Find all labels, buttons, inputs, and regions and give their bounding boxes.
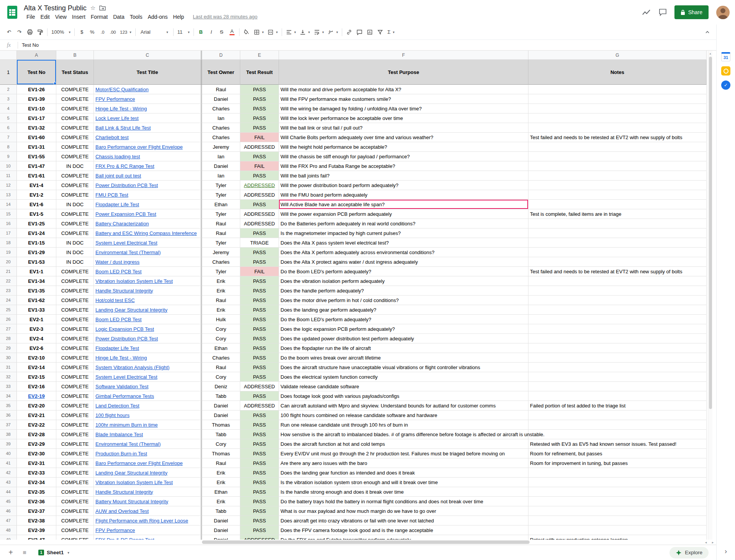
cell-test-owner[interactable]: Ian [202,171,240,181]
cell-test-result[interactable]: PASS [240,372,279,382]
cell-test-status[interactable]: COMPLETE [56,171,94,181]
cell-notes[interactable] [528,478,707,487]
cell-test-result[interactable]: ADDRESSED [240,190,279,200]
cell-notes[interactable]: Retested with EV3 as EV5 had known senso… [528,439,707,449]
cell-test-no[interactable]: EV1-24 [17,228,56,238]
row-number[interactable]: 41 [0,458,17,468]
row-number[interactable]: 25 [0,305,17,315]
text-rotation-button[interactable]: A [326,27,340,37]
row-number[interactable]: 6 [0,123,17,133]
cell-test-no[interactable]: EV1-32 [17,123,56,133]
cell-test-title[interactable]: Land Detection Test [94,401,202,411]
cell-test-purpose[interactable]: What is our max payload and how much mar… [279,506,528,516]
row-number[interactable]: 35 [0,401,17,411]
cell-test-owner[interactable]: Thomas [202,449,240,458]
cell-notes[interactable] [528,200,707,209]
explore-button[interactable]: Explore [669,547,709,558]
row-number[interactable]: 42 [0,468,17,478]
cell-test-purpose[interactable]: Does the Alta X pass system level electr… [279,238,528,248]
cell-test-result[interactable]: ADDRESSED [240,382,279,391]
increase-decimal-button[interactable]: .00 [108,27,118,37]
cell-test-result[interactable]: PASS [240,94,279,104]
cell-test-result[interactable]: PASS [240,391,279,401]
vertical-scrollbar[interactable]: ▴ [708,51,712,540]
cell-test-purpose[interactable]: Will the ball link or strut fail / pull … [279,123,528,133]
cell-header-test-purpose[interactable]: Test Purpose [279,60,528,85]
cell-test-purpose[interactable]: Do the FRX pro and Futaba transmitter pe… [279,535,528,540]
cell-test-purpose[interactable]: Will the height hold performance be acce… [279,142,528,152]
cell-test-title[interactable]: Handle Structural Integrity [94,286,202,296]
cell-test-owner[interactable]: Ethan [202,487,240,497]
cell-test-status[interactable]: COMPLETE [56,439,94,449]
cell-test-owner[interactable]: Daniel [202,526,240,535]
cell-test-status[interactable]: COMPLETE [56,219,94,228]
cell-test-result[interactable]: PASS [240,478,279,487]
cell-test-status[interactable]: COMPLETE [56,94,94,104]
cell-test-owner[interactable]: Tabb [202,506,240,516]
cell-test-purpose[interactable]: Is the handle strong enough and does it … [279,487,528,497]
row-number[interactable]: 46 [0,506,17,516]
cell-test-owner[interactable]: Tyler [202,238,240,248]
cell-test-result[interactable]: PASS [240,123,279,133]
cell-test-purpose[interactable]: Will the motor and drive perform accepta… [279,85,528,94]
cell-test-status[interactable]: COMPLETE [56,209,94,219]
cell-test-no[interactable]: EV2-29 [17,439,56,449]
cell-test-title[interactable]: Hinge Life Test - Wiring [94,353,202,363]
cell-test-no[interactable]: EV1-35 [17,286,56,296]
fill-color-button[interactable] [241,27,252,37]
text-wrap-button[interactable] [312,27,326,37]
insert-comment-button[interactable] [354,27,365,37]
cell-test-no[interactable]: EV2-38 [17,516,56,526]
zoom-select[interactable]: 100% [49,27,72,37]
cell-test-no[interactable]: EV1-31 [17,142,56,152]
menu-format[interactable]: Format [88,13,110,21]
cell-test-no[interactable]: EV1-17 [17,113,56,123]
cell-test-result[interactable]: ADDRESSED [240,535,279,540]
cell-test-title[interactable]: Motor/ESC Qualification [94,85,202,94]
cell-test-owner[interactable]: Daniel [202,411,240,420]
row-number[interactable]: 16 [0,219,17,228]
cell-test-title[interactable]: Vibration Isolation System Life Test [94,478,202,487]
cell-test-status[interactable]: IN DOC [56,200,94,209]
cell-test-owner[interactable]: Erik [202,468,240,478]
vertical-align-button[interactable] [298,27,312,37]
cell-test-result[interactable]: FAIL [240,133,279,142]
cell-test-no[interactable]: EV1-60 [17,133,56,142]
cell-test-title[interactable]: Logic Expansion PCB Test [94,324,202,334]
cell-test-title[interactable]: Production Burn-in Test [94,449,202,458]
text-color-button[interactable]: A [227,27,237,37]
cell-test-status[interactable]: COMPLETE [56,506,94,516]
avatar[interactable] [716,6,730,19]
cell-test-title[interactable]: Environmental Test (Thermal) [94,439,202,449]
cell-test-title[interactable]: System Level Electrical Test [94,238,202,248]
cell-notes[interactable]: Retest with new production antenna locat… [528,535,707,540]
cell-notes[interactable] [528,248,707,257]
cell-test-result[interactable]: PASS [240,449,279,458]
cell-test-result[interactable]: FAIL [240,161,279,171]
cell-test-status[interactable]: COMPLETE [56,296,94,305]
column-header-c[interactable]: C [94,51,202,60]
column-header-g[interactable]: G [528,51,707,60]
paint-format-button[interactable] [35,27,45,37]
menu-help[interactable]: Help [171,13,187,21]
cell-test-purpose[interactable]: Will the wiring be damaged by folding / … [279,104,528,113]
menu-edit[interactable]: Edit [38,13,52,21]
cell-test-result[interactable]: PASS [240,353,279,363]
cell-test-title[interactable]: Charliebolt test [94,133,202,142]
filter-button[interactable] [375,27,386,37]
cell-notes[interactable] [528,324,707,334]
cell-test-status[interactable]: COMPLETE [56,343,94,353]
cell-notes[interactable]: Test failed and needs to be retested at … [528,267,707,276]
cell-test-no[interactable]: EV2-15 [17,372,56,382]
cell-test-title[interactable]: Boom LED PCB Test [94,267,202,276]
cell-test-status[interactable]: COMPLETE [56,353,94,363]
cell-test-result[interactable]: PASS [240,497,279,506]
cell-header-test-no[interactable]: Test No [17,60,56,85]
row-number[interactable]: 30 [0,353,17,363]
cell-test-purpose[interactable]: Does the logic expansion PCB perform ade… [279,324,528,334]
cell-notes[interactable] [528,104,707,113]
cell-test-status[interactable]: COMPLETE [56,334,94,343]
cell-test-title[interactable]: Environmental Test (Thermal) [94,248,202,257]
cell-test-owner[interactable]: Cory [202,324,240,334]
cell-test-owner[interactable]: Raul [202,363,240,372]
